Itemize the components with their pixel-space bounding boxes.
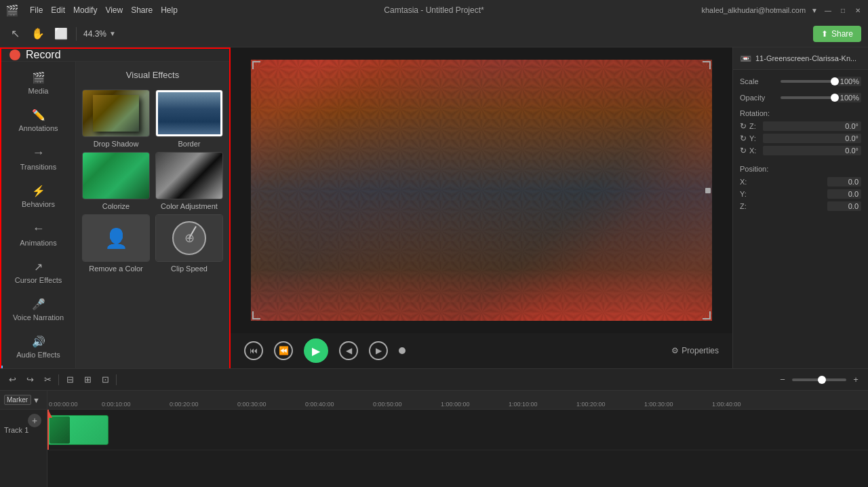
effects-grid: Drop Shadow Border Coloriz <box>81 90 224 273</box>
prev-frame-button[interactable]: ◀ <box>339 341 358 360</box>
menu-modify[interactable]: Modify <box>73 5 97 15</box>
marker-select[interactable]: Marker <box>4 395 31 405</box>
play-button[interactable]: ▶ <box>304 338 328 363</box>
share-button[interactable]: ⬆ Share <box>813 26 861 42</box>
menu-view[interactable]: View <box>105 5 123 15</box>
time-marker-7: 1:00:10:00 <box>509 401 538 408</box>
effect-colorize[interactable]: Colorize <box>81 152 151 210</box>
time-marker-4: 0:00:40:00 <box>305 401 334 408</box>
timeline-zoom-thumb[interactable] <box>818 376 826 384</box>
sidebar-item-audio-effects[interactable]: 🔊 Audio Effects <box>1 328 75 366</box>
properties-section: Scale 100% Opacity 100% <box>733 70 868 109</box>
zoom-slider-container: − + <box>776 374 863 385</box>
timeline-header-left: Marker ▼ <box>0 391 47 410</box>
position-y-value: 0.0 <box>827 189 861 199</box>
effect-color-adjustment-label: Color Adjustment <box>161 202 218 210</box>
effect-color-adjustment[interactable]: Color Adjustment <box>155 152 224 210</box>
zoom-control: 44.3% ▼ <box>83 29 116 39</box>
marker-chevron-icon: ▼ <box>33 396 40 404</box>
timeline-zoom-slider[interactable] <box>792 378 846 381</box>
effect-remove-color-thumb: 👤 <box>82 214 150 262</box>
timeline-labels: Marker ▼ Track 1 + <box>0 391 47 487</box>
undo-button[interactable]: ↩ <box>5 374 19 385</box>
opacity-slider[interactable] <box>781 96 835 99</box>
zoom-dropdown-icon[interactable]: ▼ <box>109 30 116 37</box>
effect-color-adjustment-thumb <box>155 152 223 199</box>
sidebar-item-voice-narration[interactable]: 🎤 Voice Narration <box>1 291 75 328</box>
menu-file[interactable]: File <box>30 5 43 15</box>
rotation-y-value: 0.0° <box>763 134 861 143</box>
clip-name: 11-Greenscreen-Clarissa-Kn... <box>755 54 856 62</box>
preview-area: ⏮ ⏪ ▶ ◀ ▶ ⚙ Properties <box>231 47 732 368</box>
drop-shadow-preview <box>83 90 149 136</box>
zoom-level: 44.3% <box>83 29 106 39</box>
minimize-button[interactable]: — <box>823 5 833 15</box>
effect-clip-speed[interactable]: ⊕ Clip Speed <box>155 214 224 273</box>
record-label: Record <box>26 49 61 61</box>
cut-button[interactable]: ✂ <box>41 374 54 385</box>
scale-slider[interactable] <box>781 80 835 83</box>
corner-tl <box>252 61 260 69</box>
effect-remove-color[interactable]: 👤 Remove a Color <box>81 214 151 273</box>
titlebar-left: 🎬 File Edit Modify View Share Help <box>5 4 178 17</box>
add-track-button[interactable]: + <box>28 414 41 427</box>
timeline-area: ↩ ↪ ✂ ⊟ ⊞ ⊡ − + Marker ▼ <box>0 368 868 487</box>
marker-label: Marker <box>4 395 31 405</box>
redo-button[interactable]: ↪ <box>23 374 37 385</box>
sidebar-item-cursor-effects[interactable]: ↗ Cursor Effects <box>1 254 75 291</box>
sidebar-item-annotations[interactable]: ✏️ Annotations <box>1 102 75 139</box>
hand-tool-icon[interactable]: ✋ <box>30 27 46 40</box>
settings-icon: ⚙ <box>671 346 679 355</box>
effect-colorize-label: Colorize <box>102 202 130 210</box>
sidebar-item-audio-effects-label: Audio Effects <box>16 351 60 359</box>
resize-handle-right[interactable] <box>705 188 711 193</box>
sidebar-item-media[interactable]: 🎬 Media <box>1 64 75 102</box>
sidebar-item-transitions[interactable]: → Transitions <box>1 139 75 178</box>
time-marker-6: 1:00:00:00 <box>441 401 470 408</box>
group-button[interactable]: ⊡ <box>98 374 112 385</box>
annotations-icon: ✏️ <box>32 109 45 121</box>
titlebar: 🎬 File Edit Modify View Share Help Camta… <box>0 0 868 20</box>
timeline-toolbar: ↩ ↪ ✂ ⊟ ⊞ ⊡ − + <box>0 369 868 391</box>
x-position-label: X: <box>740 178 747 186</box>
properties-label: Properties <box>682 346 719 355</box>
menu-help[interactable]: Help <box>161 5 178 15</box>
left-panel: Record 🎬 Media ✏️ Annotations → Transiti… <box>0 47 231 368</box>
split-button[interactable]: ⊟ <box>63 374 77 385</box>
properties-button[interactable]: ⚙ Properties <box>671 346 719 355</box>
opacity-slider-container: 100% <box>765 93 861 102</box>
maximize-button[interactable]: □ <box>838 5 848 15</box>
corner-br <box>703 311 711 319</box>
sidebar-item-behaviors[interactable]: ⚡ Behaviors <box>1 178 75 215</box>
effect-drop-shadow[interactable]: Drop Shadow <box>81 90 151 148</box>
crop-tool-icon[interactable]: ⬜ <box>53 27 69 40</box>
sidebar-item-animations[interactable]: → Animations <box>1 215 75 254</box>
opacity-slider-thumb[interactable] <box>831 94 839 102</box>
zoom-out-button[interactable]: − <box>776 374 789 385</box>
cursor-effects-icon: ↗ <box>34 260 43 273</box>
close-button[interactable]: ✕ <box>853 5 863 15</box>
track-clip-1[interactable] <box>47 415 108 445</box>
track-1-label: Track 1 <box>4 426 28 434</box>
scale-slider-thumb[interactable] <box>831 77 839 85</box>
select-tool-icon[interactable]: ↖ <box>7 27 23 40</box>
rewind-button[interactable]: ⏮ <box>244 341 263 360</box>
record-header: Record <box>1 49 229 62</box>
zoom-in-button[interactable]: + <box>849 374 863 385</box>
rotation-label: Rotation: <box>740 109 861 117</box>
preview-canvas-container <box>231 47 732 333</box>
scale-value: 100% <box>837 77 861 86</box>
playhead[interactable] <box>47 410 49 450</box>
share-icon: ⬆ <box>821 29 828 39</box>
step-back-button[interactable]: ⏪ <box>274 341 293 360</box>
next-frame-button[interactable]: ▶ <box>369 341 388 360</box>
menu-share[interactable]: Share <box>131 5 153 15</box>
effect-border[interactable]: Border <box>155 90 224 148</box>
detach-button[interactable]: ⊞ <box>81 374 94 385</box>
titlebar-menu: File Edit Modify View Share Help <box>30 5 178 15</box>
menu-edit[interactable]: Edit <box>51 5 65 15</box>
effect-border-thumb <box>155 90 223 137</box>
marker-button[interactable] <box>399 347 406 354</box>
remove-color-preview: 👤 <box>83 215 149 261</box>
share-label: Share <box>831 29 853 39</box>
